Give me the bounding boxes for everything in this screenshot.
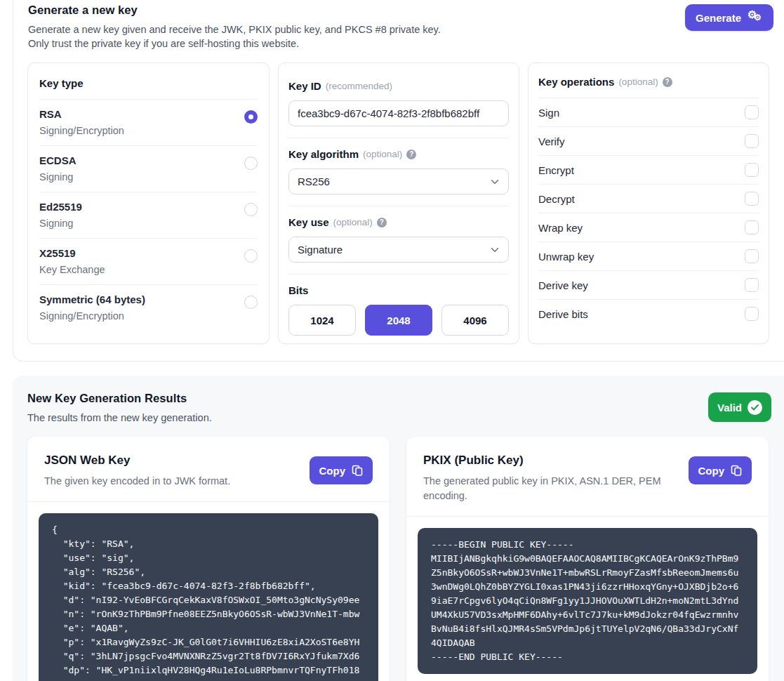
checkbox-derive-key[interactable] [745, 278, 759, 292]
bits-option-1024[interactable]: 1024 [288, 305, 356, 336]
option-label: RSA [39, 108, 124, 120]
radio-x25519[interactable] [244, 249, 258, 263]
key-algorithm-hint: (optional) [363, 149, 402, 159]
checkbox-decrypt[interactable] [745, 192, 759, 206]
operation-row-verify[interactable]: Verify [538, 126, 759, 155]
generate-section-header: Generate a new key Generate a new key gi… [28, 4, 441, 51]
option-label: Symmetric (64 bytes) [39, 293, 145, 305]
help-icon[interactable]: ? [663, 77, 672, 87]
key-use-label: Key use [288, 216, 329, 228]
operation-label: Verify [538, 135, 565, 147]
bits-section: Bits 1024 2048 4096 [288, 275, 509, 344]
generator-form: Key type RSA Signing/Encryption ECDSA Si… [27, 62, 769, 344]
pkix-code-block[interactable]: -----BEGIN PUBLIC KEY----- MIIBIjANBgkqh… [418, 528, 757, 674]
option-sublabel: Signing/Encryption [39, 125, 124, 136]
checkbox-sign[interactable] [745, 105, 759, 119]
pkix-copy-button[interactable]: Copy [689, 456, 752, 484]
valid-badge[interactable]: Valid [708, 392, 771, 422]
operation-label: Encrypt [538, 164, 574, 176]
checkbox-unwrap-key[interactable] [745, 249, 759, 263]
radio-rsa[interactable] [244, 110, 258, 124]
operation-row-encrypt[interactable]: Encrypt [538, 155, 759, 184]
bits-option-4096[interactable]: 4096 [441, 305, 509, 336]
key-id-hint: (recommended) [326, 81, 392, 91]
results-description: The results from the new key generation. [27, 411, 212, 425]
operation-row-wrap-key[interactable]: Wrap key [538, 213, 759, 242]
option-label: Ed25519 [39, 201, 82, 213]
key-operations-title: Key operations [538, 76, 614, 88]
gears-icon: ⚙ ⚙ [748, 11, 763, 25]
key-algorithm-select[interactable]: RS256 [288, 168, 509, 194]
key-algorithm-section: Key algorithm (optional) ? RS256 [288, 138, 509, 206]
key-id-label: Key ID [288, 80, 321, 92]
chevron-down-icon [490, 177, 500, 187]
key-algorithm-label: Key algorithm [288, 148, 359, 160]
jwk-card: JSON Web Key The given key encoded in to… [27, 437, 390, 681]
key-config-panel: Key ID (recommended) Key algorithm (opti… [278, 62, 519, 344]
operation-row-decrypt[interactable]: Decrypt [538, 184, 759, 213]
option-sublabel: Signing [39, 218, 82, 229]
jwk-card-description: The given key encoded in to JWK format. [44, 474, 288, 489]
key-algorithm-value: RS256 [298, 176, 330, 187]
page-title: Generate a new key [28, 4, 441, 17]
results-cards: JSON Web Key The given key encoded in to… [27, 437, 769, 681]
bits-label: Bits [288, 284, 308, 296]
pkix-card: PKIX (Public Key) The generated public k… [406, 437, 769, 681]
operation-row-derive-bits[interactable]: Derive bits [538, 299, 759, 328]
key-type-panel: Key type RSA Signing/Encryption ECDSA Si… [27, 62, 270, 344]
key-use-select[interactable]: Signature [288, 237, 509, 263]
radio-ed25519[interactable] [244, 203, 258, 216]
section-description: Generate a new key given and receive the… [28, 22, 441, 51]
operation-label: Decrypt [538, 193, 575, 205]
jwk-code-block[interactable]: { "kty": "RSA", "use": "sig", "alg": "RS… [39, 513, 378, 681]
generate-button[interactable]: Generate ⚙ ⚙ [685, 4, 773, 31]
radio-ecdsa[interactable] [244, 157, 258, 170]
jwk-copy-button[interactable]: Copy [310, 456, 373, 484]
operation-label: Wrap key [538, 222, 583, 234]
description-line-2: Only trust the private key if you are se… [28, 37, 441, 51]
help-icon[interactable]: ? [406, 150, 416, 159]
option-label: ECDSA [39, 154, 77, 166]
key-use-section: Key use (optional) ? Signature [288, 206, 509, 275]
checkbox-wrap-key[interactable] [745, 220, 759, 234]
operation-label: Derive key [538, 279, 588, 291]
key-type-option-rsa[interactable]: RSA Signing/Encryption [39, 99, 258, 145]
operation-row-derive-key[interactable]: Derive key [538, 270, 759, 299]
help-icon[interactable]: ? [377, 218, 387, 227]
operation-label: Sign [538, 107, 559, 119]
checkbox-encrypt[interactable] [745, 163, 759, 177]
key-use-hint: (optional) [333, 217, 373, 227]
checkbox-derive-bits[interactable] [745, 307, 759, 321]
description-line-1: Generate a new key given and receive the… [28, 22, 441, 37]
option-sublabel: Signing/Encryption [39, 310, 145, 322]
option-sublabel: Signing [39, 171, 77, 183]
copy-icon [352, 465, 363, 476]
results-section: New Key Generation Results The results f… [13, 376, 784, 681]
key-id-section: Key ID (recommended) [288, 70, 509, 138]
chevron-down-icon [490, 245, 500, 255]
results-title: New Key Generation Results [27, 392, 212, 405]
key-operations-hint: (optional) [618, 77, 658, 87]
key-type-option-symmetric[interactable]: Symmetric (64 bytes) Signing/Encryption [39, 284, 258, 331]
radio-symmetric[interactable] [244, 296, 258, 309]
key-type-title: Key type [39, 72, 258, 99]
option-sublabel: Key Exchange [39, 264, 105, 275]
key-type-option-x25519[interactable]: X25519 Key Exchange [39, 238, 258, 284]
bits-option-2048[interactable]: 2048 [365, 305, 432, 336]
copy-label: Copy [698, 465, 725, 477]
key-id-input[interactable] [288, 100, 509, 126]
key-type-option-ecdsa[interactable]: ECDSA Signing [39, 145, 258, 192]
operation-row-unwrap-key[interactable]: Unwrap key [538, 242, 759, 270]
pkix-card-description: The generated public key in PKIX, ASN.1 … [423, 474, 667, 503]
key-use-value: Signature [298, 244, 343, 256]
valid-label: Valid [717, 402, 742, 414]
key-type-option-ed25519[interactable]: Ed25519 Signing [39, 192, 258, 238]
results-header: New Key Generation Results The results f… [27, 392, 212, 425]
generate-button-label: Generate [696, 12, 741, 24]
operation-label: Derive bits [538, 308, 588, 320]
option-label: X25519 [39, 247, 105, 259]
operation-row-sign[interactable]: Sign [538, 98, 759, 126]
copy-icon [731, 465, 742, 476]
copy-label: Copy [319, 465, 346, 477]
checkbox-verify[interactable] [745, 134, 759, 148]
